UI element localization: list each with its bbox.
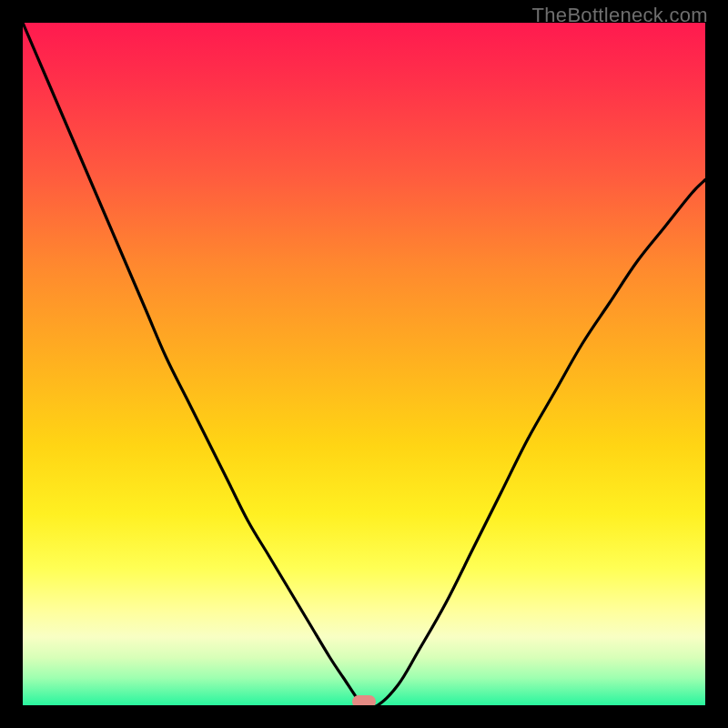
plot-area [23, 23, 705, 705]
optimum-marker [352, 695, 376, 706]
chart-frame: TheBottleneck.com [0, 0, 728, 728]
watermark-text: TheBottleneck.com [532, 4, 708, 27]
bottleneck-curve-path [23, 23, 705, 705]
bottleneck-curve [23, 23, 705, 705]
